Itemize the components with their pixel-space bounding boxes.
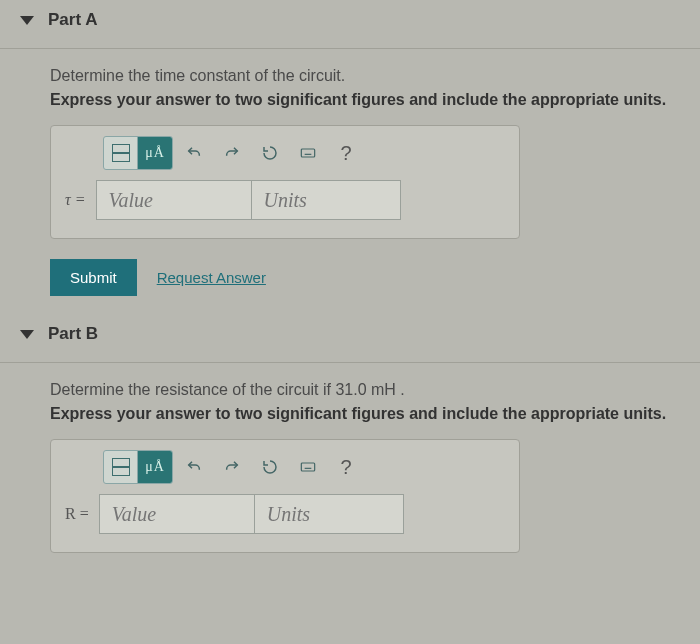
part-b-toolbar: μÅ ? — [103, 450, 505, 484]
svg-rect-0 — [301, 149, 314, 157]
redo-button[interactable] — [215, 451, 249, 483]
part-a-answer-row: τ = — [65, 180, 505, 220]
part-a-prompt: Determine the time constant of the circu… — [50, 67, 680, 85]
keyboard-button[interactable] — [291, 137, 325, 169]
reset-icon — [262, 145, 278, 161]
help-label: ? — [340, 456, 351, 479]
part-a-header[interactable]: Part A — [0, 0, 700, 40]
fraction-icon — [112, 144, 130, 162]
divider — [0, 362, 700, 363]
keyboard-button[interactable] — [291, 451, 325, 483]
template-button[interactable] — [104, 451, 138, 483]
mu-a-label: μÅ — [145, 145, 165, 161]
reset-icon — [262, 459, 278, 475]
part-b-answer-box: μÅ ? R = — [50, 439, 520, 553]
part-b-prompt: Determine the resistance of the circuit … — [50, 381, 680, 399]
divider — [0, 48, 700, 49]
part-a-value-input[interactable] — [96, 180, 251, 220]
undo-icon — [186, 145, 202, 161]
part-a-body: Determine the time constant of the circu… — [0, 51, 700, 314]
part-b-units-input[interactable] — [254, 494, 404, 534]
caret-down-icon — [20, 330, 34, 339]
mu-a-label: μÅ — [145, 459, 165, 475]
part-a-variable: τ = — [65, 191, 86, 209]
part-b-variable: R = — [65, 505, 89, 523]
part-b-answer-row: R = — [65, 494, 505, 534]
help-button[interactable]: ? — [329, 137, 363, 169]
reset-button[interactable] — [253, 451, 287, 483]
part-a-instruction: Express your answer to two significant f… — [50, 91, 680, 109]
undo-button[interactable] — [177, 451, 211, 483]
undo-button[interactable] — [177, 137, 211, 169]
fraction-icon — [112, 458, 130, 476]
part-b-title: Part B — [48, 324, 98, 344]
keyboard-icon — [300, 145, 316, 161]
svg-rect-6 — [301, 463, 314, 471]
part-b-instruction: Express your answer to two significant f… — [50, 405, 680, 423]
part-a-actions: Submit Request Answer — [50, 259, 680, 296]
undo-icon — [186, 459, 202, 475]
format-group: μÅ — [103, 136, 173, 170]
help-button[interactable]: ? — [329, 451, 363, 483]
part-a-units-input[interactable] — [251, 180, 401, 220]
units-symbol-button[interactable]: μÅ — [138, 451, 172, 483]
template-button[interactable] — [104, 137, 138, 169]
caret-down-icon — [20, 16, 34, 25]
part-b-body: Determine the resistance of the circuit … — [0, 365, 700, 553]
request-answer-link[interactable]: Request Answer — [157, 269, 266, 286]
redo-button[interactable] — [215, 137, 249, 169]
part-b-header[interactable]: Part B — [0, 314, 700, 354]
reset-button[interactable] — [253, 137, 287, 169]
part-b-value-input[interactable] — [99, 494, 254, 534]
part-a-toolbar: μÅ ? — [103, 136, 505, 170]
redo-icon — [224, 145, 240, 161]
help-label: ? — [340, 142, 351, 165]
redo-icon — [224, 459, 240, 475]
submit-button[interactable]: Submit — [50, 259, 137, 296]
keyboard-icon — [300, 459, 316, 475]
part-a-answer-box: μÅ ? τ = — [50, 125, 520, 239]
part-a-title: Part A — [48, 10, 97, 30]
units-symbol-button[interactable]: μÅ — [138, 137, 172, 169]
format-group: μÅ — [103, 450, 173, 484]
